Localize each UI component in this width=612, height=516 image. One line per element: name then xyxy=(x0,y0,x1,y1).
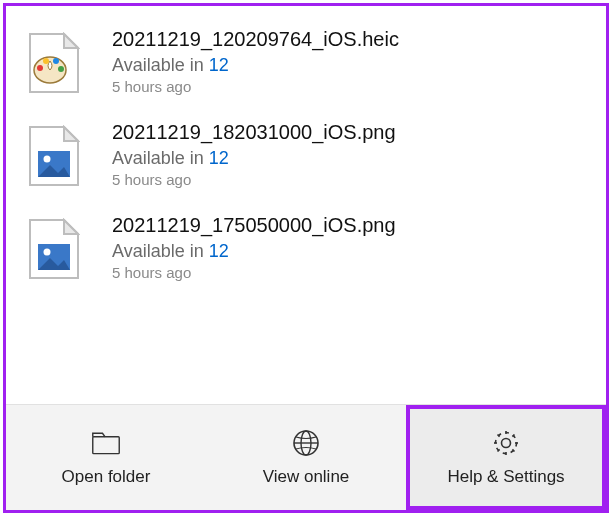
file-meta: 20211219_175050000_iOS.png Available in … xyxy=(112,214,588,281)
svg-point-4 xyxy=(43,58,49,64)
gear-icon xyxy=(491,429,521,457)
view-online-button[interactable]: View online xyxy=(206,405,406,510)
view-online-label: View online xyxy=(263,467,350,487)
folder-icon xyxy=(91,429,121,457)
available-count[interactable]: 12 xyxy=(209,241,229,261)
available-count[interactable]: 12 xyxy=(209,148,229,168)
bottom-bar: Open folder View online xyxy=(6,404,606,510)
file-time: 5 hours ago xyxy=(112,78,588,95)
available-line: Available in 12 xyxy=(112,148,588,169)
file-time: 5 hours ago xyxy=(112,264,588,281)
svg-rect-17 xyxy=(93,436,119,453)
image-file-icon xyxy=(28,125,80,187)
svg-marker-13 xyxy=(64,220,78,234)
file-row[interactable]: 20211219_120209764_iOS.heic Available in… xyxy=(6,14,606,107)
help-settings-label: Help & Settings xyxy=(447,467,564,487)
open-folder-button[interactable]: Open folder xyxy=(6,405,206,510)
file-row[interactable]: 20211219_175050000_iOS.png Available in … xyxy=(6,200,606,293)
svg-point-10 xyxy=(44,156,51,163)
open-folder-label: Open folder xyxy=(62,467,151,487)
available-line: Available in 12 xyxy=(112,241,588,262)
file-time: 5 hours ago xyxy=(112,171,588,188)
file-meta: 20211219_182031000_iOS.png Available in … xyxy=(112,121,588,188)
onedrive-flyout: 20211219_120209764_iOS.heic Available in… xyxy=(3,3,609,513)
globe-icon xyxy=(291,429,321,457)
paint-file-icon xyxy=(28,32,80,94)
svg-point-5 xyxy=(53,58,59,64)
svg-point-21 xyxy=(502,438,511,447)
svg-point-22 xyxy=(496,432,517,453)
svg-point-3 xyxy=(37,65,43,71)
available-prefix: Available in xyxy=(112,241,209,261)
file-meta: 20211219_120209764_iOS.heic Available in… xyxy=(112,28,588,95)
svg-point-15 xyxy=(44,249,51,256)
file-name: 20211219_120209764_iOS.heic xyxy=(112,28,588,51)
svg-marker-8 xyxy=(64,127,78,141)
available-count[interactable]: 12 xyxy=(209,55,229,75)
available-prefix: Available in xyxy=(112,55,209,75)
svg-point-6 xyxy=(58,66,64,72)
file-name: 20211219_182031000_iOS.png xyxy=(112,121,588,144)
file-list: 20211219_120209764_iOS.heic Available in… xyxy=(6,6,606,404)
available-line: Available in 12 xyxy=(112,55,588,76)
file-name: 20211219_175050000_iOS.png xyxy=(112,214,588,237)
file-row[interactable]: 20211219_182031000_iOS.png Available in … xyxy=(6,107,606,200)
available-prefix: Available in xyxy=(112,148,209,168)
image-file-icon xyxy=(28,218,80,280)
help-settings-button[interactable]: Help & Settings xyxy=(406,405,606,510)
svg-marker-1 xyxy=(64,34,78,48)
